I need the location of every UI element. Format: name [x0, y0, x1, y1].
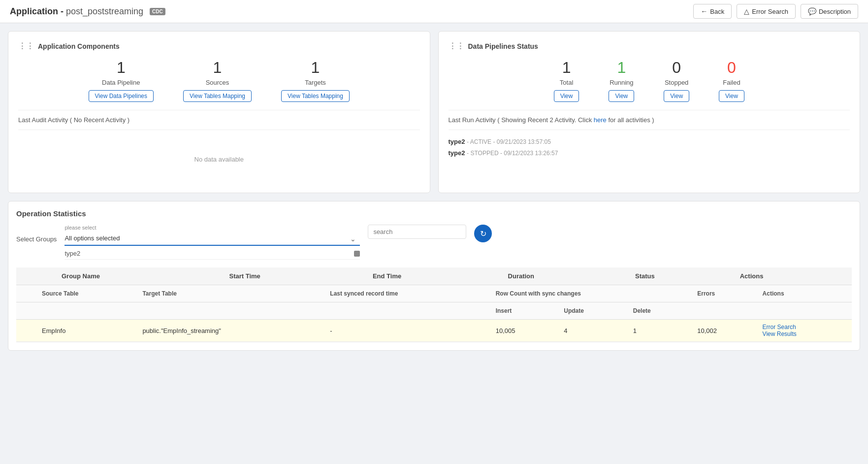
cards-row: ⋮⋮ Application Components 1 Data Pipelin… [8, 31, 860, 193]
th-actions: Actions [734, 267, 852, 285]
last-synced-cell: - [324, 320, 489, 342]
update-cell: 4 [558, 320, 627, 342]
th-source-table: Source Table [36, 285, 136, 302]
view-running-button[interactable]: View [609, 90, 634, 102]
stopped-label: Stopped [665, 79, 688, 86]
here-link[interactable]: here [594, 116, 607, 124]
errors-cell: 10,002 [691, 320, 756, 342]
data-pipeline-count: 1 [117, 59, 126, 77]
running-label: Running [610, 79, 633, 86]
table-row: Source Table Target Table Last synced re… [16, 285, 852, 342]
audit-activity-label: Last Audit Activity ( No Recent Activity… [18, 116, 420, 124]
data-pipelines-title: ⋮⋮ Data Pipelines Status [449, 41, 850, 51]
operation-statistics-title: Operation Statistics [16, 209, 852, 218]
targets-label: Targets [305, 79, 326, 86]
operation-statistics-section: Operation Statistics Select Groups pleas… [8, 201, 860, 351]
target-table-cell: public."EmpInfo_streaming" [136, 320, 324, 342]
th-sub-actions: Actions [757, 285, 852, 302]
failed-label: Failed [723, 79, 740, 86]
th-row-count: Row Count with sync changes [490, 285, 692, 302]
description-button[interactable]: 💬 Description [801, 4, 858, 19]
application-components-title: ⋮⋮ Application Components [18, 41, 420, 51]
pipeline-stats-row: 1 Total View 1 Running View 0 Stopped Vi… [449, 59, 850, 102]
warning-icon: △ [744, 7, 749, 15]
activity-item-1: type2 - STOPPED - 09/12/2023 13:26:57 [449, 147, 850, 159]
sub-header-row: Source Table Target Table Last synced re… [16, 285, 852, 302]
select-option-indicator [354, 251, 360, 257]
view-total-button[interactable]: View [554, 90, 579, 102]
select-option-type2: type2 [64, 250, 80, 257]
group-select[interactable]: All options selected [64, 232, 360, 246]
data-pipeline-stat: 1 Data Pipeline View Data Pipelines [89, 59, 154, 102]
failed-count: 0 [727, 59, 736, 77]
th-end-time: End Time [367, 267, 502, 285]
sources-count: 1 [213, 59, 222, 77]
filter-row: Select Groups please select All options … [16, 225, 852, 260]
total-count: 1 [562, 59, 571, 77]
sub-table: Source Table Target Table Last synced re… [16, 285, 852, 342]
stopped-stat: 0 Stopped View [664, 59, 689, 102]
refresh-icon: ↻ [480, 229, 486, 238]
total-stat: 1 Total View [554, 59, 579, 102]
th-last-synced: Last synced record time [324, 285, 489, 302]
th-start-time: Start Time [223, 267, 366, 285]
app-stats-row: 1 Data Pipeline View Data Pipelines 1 So… [18, 59, 420, 102]
search-input[interactable] [368, 225, 466, 239]
sources-stat: 1 Sources View Tables Mapping [183, 59, 252, 102]
comment-icon: 💬 [808, 7, 816, 15]
th-insert: Insert [490, 302, 558, 320]
select-option-row: type2 [64, 248, 360, 260]
view-failed-button[interactable]: View [719, 90, 744, 102]
stats-table-container: Group Name Start Time End Time Duration … [16, 267, 852, 342]
data-pipelines-status-card: ⋮⋮ Data Pipelines Status 1 Total View 1 … [438, 31, 861, 193]
th-group-name [16, 267, 56, 285]
page-title: Application - post_poststreaming CDC [10, 6, 165, 16]
drag-icon: ⋮⋮ [18, 41, 34, 51]
th-duration: Duration [502, 267, 629, 285]
select-placeholder: please select [64, 225, 360, 231]
select-container[interactable]: All options selected ⌄ [64, 232, 360, 246]
sub-table-row: EmpInfo public."EmpInfo_streaming" - 10,… [16, 320, 852, 342]
no-data-message: No data available [18, 136, 420, 183]
select-wrapper: please select All options selected ⌄ typ… [64, 225, 360, 260]
header-actions: ← Back △ Error Search 💬 Description [693, 4, 858, 19]
error-search-button[interactable]: △ Error Search [737, 4, 796, 19]
sources-label: Sources [206, 79, 229, 86]
cdc-badge: CDC [150, 8, 165, 15]
stopped-count: 0 [672, 59, 681, 77]
running-count: 1 [617, 59, 626, 77]
application-components-card: ⋮⋮ Application Components 1 Data Pipelin… [8, 31, 430, 193]
activity-item-0: type2 - ACTIVE - 09/21/2023 13:57:05 [449, 136, 850, 147]
activity-list: type2 - ACTIVE - 09/21/2023 13:57:05 typ… [449, 136, 850, 159]
view-data-pipelines-button[interactable]: View Data Pipelines [89, 90, 154, 102]
failed-stat: 0 Failed View [719, 59, 744, 102]
stats-table: Group Name Start Time End Time Duration … [16, 267, 852, 342]
view-results-action-link[interactable]: View Results [763, 331, 846, 337]
back-button[interactable]: ← Back [693, 4, 732, 19]
insert-cell: 10,005 [490, 320, 558, 342]
view-stopped-button[interactable]: View [664, 90, 689, 102]
delete-cell: 1 [627, 320, 692, 342]
header: Application - post_poststreaming CDC ← B… [0, 0, 868, 23]
select-groups-label: Select Groups [16, 225, 57, 243]
running-stat: 1 Running View [609, 59, 634, 102]
main-content: ⋮⋮ Application Components 1 Data Pipelin… [0, 23, 868, 359]
data-pipeline-label: Data Pipeline [102, 79, 140, 86]
th-group-name-label: Group Name [56, 267, 223, 285]
run-activity-label: Last Run Activity ( Showing Recent 2 Act… [449, 116, 850, 124]
th-delete: Delete [627, 302, 692, 320]
view-sources-tables-mapping-button[interactable]: View Tables Mapping [183, 90, 252, 102]
view-targets-tables-mapping-button[interactable]: View Tables Mapping [281, 90, 350, 102]
targets-stat: 1 Targets View Tables Mapping [281, 59, 350, 102]
th-status: Status [629, 267, 734, 285]
drag-icon-pipelines: ⋮⋮ [449, 41, 464, 51]
back-icon: ← [701, 7, 707, 15]
th-errors: Errors [691, 285, 756, 302]
th-update: Update [558, 302, 627, 320]
error-search-action-link[interactable]: Error Search [763, 324, 846, 331]
refresh-button[interactable]: ↻ [474, 225, 492, 242]
sub-actions-cell: Error Search View Results [757, 320, 852, 342]
sub-header-count-row: Insert Update Delete [16, 302, 852, 320]
source-table-cell: EmpInfo [36, 320, 136, 342]
th-target-table: Target Table [136, 285, 324, 302]
